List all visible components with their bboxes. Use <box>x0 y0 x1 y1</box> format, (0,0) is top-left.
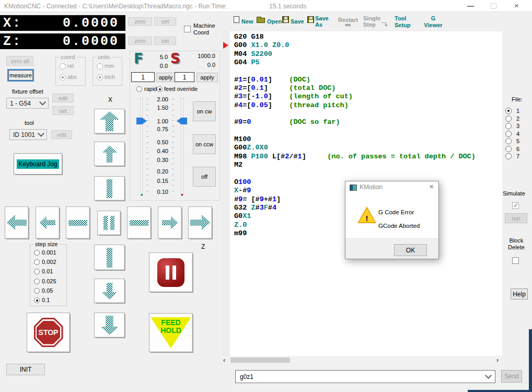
file-radio-4[interactable] <box>505 131 512 137</box>
machine-coord-checkbox[interactable] <box>184 26 191 32</box>
coord-abs-radio[interactable] <box>60 74 66 80</box>
rapid-radio[interactable] <box>136 86 142 92</box>
jog-x-minus-button[interactable] <box>94 279 125 303</box>
speed-override-input[interactable] <box>175 72 194 82</box>
speed-slider-track[interactable] <box>181 98 183 196</box>
step-size-radio-0025[interactable] <box>34 279 40 284</box>
save-as-icon[interactable] <box>307 16 314 23</box>
step-size-option: 0.002 <box>42 259 56 265</box>
jog-z-minus-step-button[interactable] <box>66 206 90 239</box>
open-folder-icon[interactable] <box>257 18 265 23</box>
pause-icon <box>110 216 114 230</box>
file-radio-2[interactable] <box>505 116 512 122</box>
single-step-label-2: Step <box>363 21 380 28</box>
run-button[interactable]: run <box>505 213 527 223</box>
feed-override-input[interactable] <box>131 72 155 82</box>
toolbar-save-button[interactable]: Save <box>291 18 304 25</box>
minimize-icon[interactable] <box>467 6 474 7</box>
speed-apply-button[interactable]: apply <box>196 73 218 82</box>
simulate-checkbox[interactable] <box>512 202 519 209</box>
feed-override-radio[interactable] <box>157 86 163 92</box>
set-x-button[interactable]: set <box>154 17 176 26</box>
jog-pause-button[interactable] <box>97 211 121 235</box>
tool-combo[interactable]: ID 1001 <box>9 129 47 140</box>
step-size-radio-005[interactable] <box>34 288 40 294</box>
toolbar-single-step-button[interactable]: Single Step <box>363 15 380 28</box>
file-radio-7[interactable] <box>505 153 512 159</box>
stop-button[interactable]: STOP <box>27 313 70 352</box>
zero-x-button[interactable]: zero <box>128 17 152 26</box>
step-size-radio-0002[interactable] <box>34 259 40 265</box>
zero-z-button[interactable]: zero <box>128 37 152 45</box>
close-icon[interactable]: × <box>514 1 519 10</box>
save-as-label-1: Save <box>315 15 329 21</box>
jog-z-plus-step-button[interactable] <box>127 206 151 239</box>
measure-button[interactable]: measure <box>8 70 33 80</box>
toolbar-open-button[interactable]: Open <box>267 18 282 25</box>
spindle-on-ccw-button[interactable]: on ccw <box>193 134 216 154</box>
jog-z-plus-fast-button[interactable] <box>188 206 212 239</box>
spindle-on-cw-button[interactable]: on cw <box>193 101 216 121</box>
feed-override-label: feed override <box>164 86 198 92</box>
feed-slider-ticks <box>146 99 148 196</box>
mdi-command-combo[interactable]: g0z1 <box>235 370 495 383</box>
toolbar-save-as-button[interactable]: Save As <box>315 15 329 28</box>
scrollbar-thumb[interactable] <box>230 358 290 363</box>
dialog-message-2: GCode Aborted <box>378 223 420 229</box>
step-size-radio-001[interactable] <box>34 269 40 274</box>
fixture-offset-combo[interactable]: 1 - G54 <box>6 98 49 109</box>
toolbar-tool-setup-button[interactable]: Tool Setup <box>395 15 411 29</box>
toolbar-g-viewer-button[interactable]: G Viewer <box>422 15 444 29</box>
step-size-option: 0.001 <box>42 249 56 256</box>
scroll-right-icon[interactable]: › <box>496 356 499 364</box>
file-radio-6[interactable] <box>505 146 512 152</box>
scroll-left-icon[interactable]: ‹ <box>223 356 225 364</box>
fixture-edit-button[interactable]: edit <box>52 94 74 102</box>
set-z-button[interactable]: set <box>154 37 176 45</box>
ok-button[interactable]: OK <box>394 244 427 256</box>
feed-apply-button[interactable]: apply <box>156 73 175 82</box>
units-mm-radio[interactable] <box>97 63 103 70</box>
feed-slider-track[interactable] <box>140 98 143 196</box>
toolbar-new-button[interactable]: New <box>241 18 253 25</box>
tool-edit-button[interactable]: edit <box>51 130 72 139</box>
feed-hold-button[interactable]: FEED HOLD <box>149 313 193 352</box>
h-scrollbar[interactable]: ‹ › <box>222 356 501 364</box>
fixture-set-button[interactable]: set <box>52 106 74 115</box>
new-file-icon[interactable] <box>234 16 239 23</box>
file-radio-3[interactable] <box>505 123 512 129</box>
save-icon[interactable] <box>282 16 289 23</box>
slider-scale-label: 0.40 <box>149 148 168 154</box>
horizontal-bar-icon <box>68 220 87 226</box>
dialog-close-icon[interactable]: × <box>429 182 434 191</box>
step-size-option: 0.05 <box>42 287 53 294</box>
jog-x-plus-step-button[interactable] <box>94 176 125 201</box>
maximize-icon[interactable] <box>491 3 496 9</box>
slider-scale-label: 0.75 <box>149 126 168 132</box>
jog-z-minus-fast-button[interactable] <box>5 206 29 239</box>
jog-z-minus-button[interactable] <box>36 206 60 239</box>
step-size-radio-01[interactable] <box>34 297 40 303</box>
coord-rel-radio[interactable] <box>60 63 66 70</box>
dialog-title-bar: KMotion × <box>345 181 438 193</box>
jog-x-minus-fast-button[interactable] <box>94 313 125 338</box>
units-inch-radio[interactable] <box>97 74 103 80</box>
pause-gcode-button[interactable] <box>149 252 193 292</box>
step-size-radio-0001[interactable] <box>34 250 40 256</box>
jog-x-minus-step-button[interactable] <box>94 245 125 270</box>
file-radio-5[interactable] <box>505 138 512 144</box>
send-button[interactable]: Send <box>501 370 522 383</box>
fixture-offset-label: fixture offset <box>12 88 43 95</box>
block-delete-checkbox[interactable] <box>512 257 519 264</box>
file-radio-1[interactable] <box>505 108 512 114</box>
feedrate-actual-value: 0.0 <box>148 63 168 69</box>
tool-setup-label-1: Tool <box>395 15 411 22</box>
zero-all-button[interactable]: zero all <box>6 56 33 66</box>
init-button[interactable]: INIT <box>6 364 45 375</box>
keyboard-jog-button[interactable]: Keyboard Jog <box>14 153 62 175</box>
jog-x-plus-fast-button[interactable] <box>94 109 125 134</box>
help-button[interactable]: Help <box>511 289 528 299</box>
jog-x-plus-button[interactable] <box>94 142 125 166</box>
jog-z-plus-button[interactable] <box>158 206 182 239</box>
spindle-off-button[interactable]: off <box>193 167 216 187</box>
